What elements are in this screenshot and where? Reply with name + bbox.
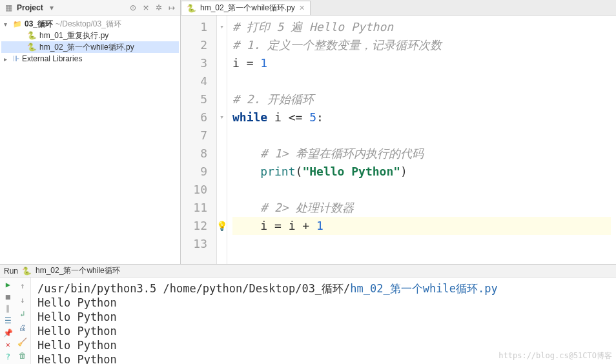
collapse-icon[interactable]: ⊙ xyxy=(128,3,138,12)
tree-file[interactable]: 🐍hm_02_第一个while循环.py xyxy=(1,41,179,53)
close-run-button[interactable]: ✕ xyxy=(2,340,14,350)
code-line[interactable]: # 1> 希望在循环内执行的代码 xyxy=(232,145,611,163)
code-line[interactable]: i = i + 1 xyxy=(232,217,611,235)
pin-button[interactable]: 📌 xyxy=(2,328,14,338)
code-content[interactable]: # 打印 5 遍 Hello Python# 1. 定义一个整数变量，记录循环次… xyxy=(227,15,616,264)
tree-file-label: hm_01_重复执行.py xyxy=(39,30,108,41)
close-icon[interactable]: ✕ xyxy=(299,4,305,12)
run-button[interactable]: ▶ xyxy=(2,280,14,290)
project-title: Project xyxy=(17,3,43,12)
editor-tabbar: 🐍 hm_02_第一个while循环.py ✕ xyxy=(181,0,616,15)
run-config-name: hm_02_第一个while循环 xyxy=(36,265,120,276)
caret-down-icon[interactable]: ▾ xyxy=(4,21,10,28)
code-line[interactable] xyxy=(232,181,611,199)
python-file-icon: 🐍 xyxy=(187,4,196,13)
watermark: https://blog.cs@51CTO博客 xyxy=(498,350,612,361)
wrap-icon[interactable]: ↲ xyxy=(17,308,28,319)
help-button[interactable]: ? xyxy=(2,352,14,361)
run-label: Run xyxy=(4,267,18,276)
editor-tab-label: hm_02_第一个while循环.py xyxy=(200,3,295,14)
fold-column: ▾▾💡 xyxy=(217,15,227,264)
library-icon: ⊪ xyxy=(13,54,19,63)
scroll-up-icon[interactable]: ↑ xyxy=(17,280,28,292)
code-line[interactable] xyxy=(232,235,611,253)
trash-icon[interactable]: 🗑 xyxy=(17,350,28,361)
tree-file[interactable]: 🐍hm_01_重复执行.py xyxy=(1,30,179,41)
project-sidebar: ▦ Project ▾ ⊙ ⤧ ✲ ↦ ▾ 03_循环 ~/Desktop/03… xyxy=(0,0,181,264)
code-line[interactable]: while i <= 5: xyxy=(232,108,611,126)
gutter: 12345678910111213 xyxy=(181,15,217,264)
folder-icon xyxy=(13,19,22,28)
stop-button[interactable]: ■ xyxy=(2,292,14,302)
code-line[interactable]: # 1. 定义一个整数变量，记录循环次数 xyxy=(232,36,611,54)
code-editor[interactable]: 12345678910111213 ▾▾💡 # 打印 5 遍 Hello Pyt… xyxy=(181,15,616,264)
editor-area: 🐍 hm_02_第一个while循环.py ✕ 1234567891011121… xyxy=(181,0,616,264)
python-file-icon: 🐍 xyxy=(27,31,37,40)
chevron-down-icon[interactable]: ▾ xyxy=(47,3,56,12)
code-line[interactable]: # 2. 开始循环 xyxy=(232,90,611,108)
code-line[interactable]: # 2> 处理计数器 xyxy=(232,199,611,217)
clear-icon[interactable]: 🧹 xyxy=(17,336,28,348)
code-line[interactable] xyxy=(232,72,611,90)
gear-icon[interactable]: ✲ xyxy=(154,3,163,12)
scroll-down-icon[interactable]: ↓ xyxy=(17,294,28,306)
python-run-icon: 🐍 xyxy=(22,267,32,276)
tree-root[interactable]: ▾ 03_循环 ~/Desktop/03_循环 xyxy=(1,18,179,30)
python-file-icon: 🐍 xyxy=(27,43,37,52)
project-tree[interactable]: ▾ 03_循环 ~/Desktop/03_循环 🐍hm_01_重复执行.py🐍h… xyxy=(0,15,180,67)
run-side-toolbar: ▶ ■ ∥ ☰ 📌 ✕ ? ↑ ↓ ↲ 🖨 🧹 🗑 xyxy=(0,278,31,364)
external-libs-label: External Libraries xyxy=(22,54,82,63)
editor-tab[interactable]: 🐍 hm_02_第一个while循环.py ✕ xyxy=(181,1,311,15)
code-line[interactable]: i = 1 xyxy=(232,54,611,72)
project-sidebar-header: ▦ Project ▾ ⊙ ⤧ ✲ ↦ xyxy=(0,0,180,15)
tree-file-label: hm_02_第一个while循环.py xyxy=(39,42,134,53)
tree-root-path: ~/Desktop/03_循环 xyxy=(56,19,121,30)
run-panel: Run 🐍 hm_02_第一个while循环 ▶ ■ ∥ ☰ 📌 ✕ ? ↑ ↓… xyxy=(0,265,616,364)
run-header: Run 🐍 hm_02_第一个while循环 xyxy=(0,265,616,278)
tree-external-libs[interactable]: ▸ ⊪ External Libraries xyxy=(1,53,179,65)
dump-button[interactable]: ☰ xyxy=(2,316,14,326)
code-line[interactable]: # 打印 5 遍 Hello Python xyxy=(232,18,611,36)
print-icon[interactable]: 🖨 xyxy=(17,322,28,334)
pause-button[interactable]: ∥ xyxy=(2,304,14,314)
code-line[interactable]: print("Hello Python") xyxy=(232,163,611,181)
locate-icon[interactable]: ⤧ xyxy=(141,3,150,12)
project-icon: ▦ xyxy=(4,3,13,12)
code-line[interactable] xyxy=(232,126,611,145)
tree-root-label: 03_循环 xyxy=(25,19,53,30)
hide-icon[interactable]: ↦ xyxy=(167,3,176,12)
caret-right-icon[interactable]: ▸ xyxy=(4,56,10,63)
intention-bulb-icon[interactable]: 💡 xyxy=(216,217,227,235)
